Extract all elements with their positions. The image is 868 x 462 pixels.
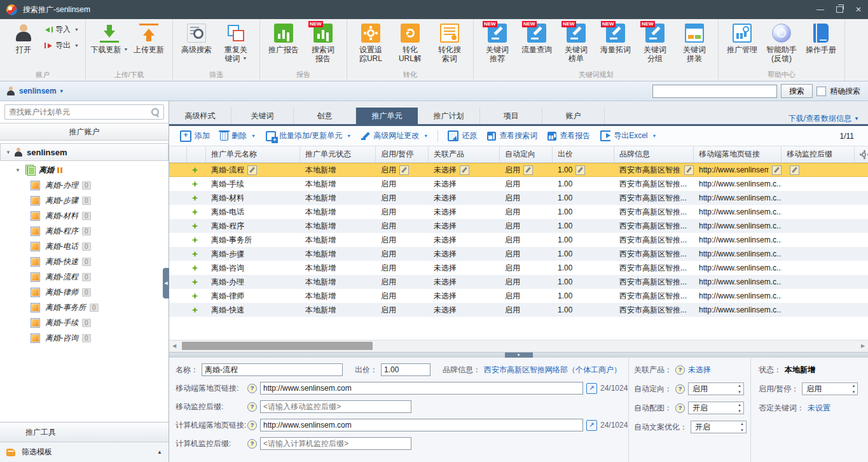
panel-splitter[interactable]: ▼	[169, 352, 868, 358]
scrollbar-thumb[interactable]	[182, 342, 373, 350]
tab-4[interactable]: 推广单元	[356, 108, 418, 124]
minimize-button[interactable]: —	[811, 0, 830, 19]
product-link[interactable]: 未选择	[688, 365, 711, 375]
search-icon[interactable]	[151, 108, 160, 116]
scroll-left-arrow[interactable]: ◀	[169, 340, 179, 351]
tab-2[interactable]: 关键词	[231, 108, 294, 124]
close-button[interactable]: ✕	[849, 0, 868, 19]
column-header-name[interactable]: 推广单元名称	[206, 146, 300, 162]
pc-suffix-field[interactable]	[260, 437, 411, 450]
table-row[interactable]: +离婚-电话本地新增启用未选择启用1.00西安市高新区智推...http://w…	[169, 205, 868, 219]
tree-unit-item[interactable]: 离婚-手续0	[0, 315, 169, 330]
tree-unit-item[interactable]: 离婚-快速0	[0, 254, 169, 269]
search-button[interactable]: 搜索	[781, 84, 813, 98]
tab-7[interactable]: 账户	[542, 108, 605, 124]
open-link-icon[interactable]: ↗	[586, 420, 597, 431]
upload-update-button[interactable]: 上传更新	[129, 22, 169, 54]
column-header-bid[interactable]: 出价	[553, 146, 614, 162]
table-row[interactable]: +离婚-咨询本地新增启用未选择启用1.00西安市高新区智推...http://w…	[169, 261, 868, 275]
keyword-ranking-button[interactable]: NEW关键词榜单	[556, 22, 596, 63]
download-view-data-link[interactable]: 下载/查看数据信息▼	[789, 113, 868, 124]
batch-add-update-button[interactable]: 批量添加/更新单元▼	[263, 129, 354, 144]
auto-target-select[interactable]: 启用	[688, 382, 744, 395]
add-plus-icon[interactable]: +	[192, 165, 198, 174]
restore-button[interactable]	[830, 0, 849, 19]
keyword-assembly-button[interactable]: 关键词拼装	[675, 22, 714, 63]
edit-icon[interactable]	[790, 165, 799, 175]
negative-keywords-link[interactable]: 未设置	[808, 403, 830, 414]
add-plus-icon[interactable]: +	[192, 249, 198, 258]
advanced-search-button[interactable]: 高级搜索	[177, 22, 216, 54]
edit-icon[interactable]	[772, 165, 782, 175]
filter-template-bar[interactable]: 筛选模板 ▲	[0, 442, 169, 462]
column-header-mobile_suffix[interactable]: 移动监控后缀	[782, 146, 855, 162]
conversion-url-button[interactable]: 转化URL解	[390, 22, 430, 63]
edit-icon[interactable]	[247, 165, 257, 175]
column-header-sel[interactable]	[169, 146, 187, 162]
table-row[interactable]: +离婚-程序本地新增启用未选择启用1.00西安市高新区智推...http://w…	[169, 219, 868, 233]
tab-6[interactable]: 项目	[480, 108, 542, 124]
add-plus-icon[interactable]: +	[192, 291, 198, 300]
unit-name-field[interactable]	[202, 363, 343, 376]
promotion-tools-bar[interactable]: 推广工具	[0, 423, 169, 442]
add-plus-icon[interactable]: +	[192, 193, 198, 202]
tree-unit-item[interactable]: 离婚-咨询0	[0, 330, 169, 346]
tree-unit-item[interactable]: 离婚-律师0	[0, 284, 169, 300]
add-plus-icon[interactable]: +	[192, 305, 198, 314]
download-update-button[interactable]: 下载更新 ▼	[90, 22, 129, 54]
delete-button[interactable]: 删除▼	[217, 129, 259, 144]
table-row[interactable]: +离婚-流程本地新增启用未选择启用1.00西安市高新区智推...http://w…	[169, 163, 868, 177]
auto-copy-select[interactable]: 开启	[691, 421, 747, 433]
column-header-onoff[interactable]: 启用/暂停	[376, 146, 429, 162]
tree-unit-item[interactable]: 离婚-步骤0	[0, 193, 169, 208]
column-header-mobile_url[interactable]: 移动端落地页链接	[694, 146, 782, 162]
smart-assistant-button[interactable]: 智能助手(反馈)	[762, 22, 801, 63]
keyword-recommend-button[interactable]: NEW关键词推荐	[478, 22, 517, 63]
help-icon[interactable]: ?	[247, 439, 257, 449]
onoff-select[interactable]: 启用	[802, 382, 858, 395]
bid-field[interactable]	[381, 363, 431, 376]
help-icon[interactable]: ?	[675, 384, 685, 394]
add-plus-icon[interactable]: +	[192, 277, 198, 286]
promotion-management-button[interactable]: 推广管理	[722, 22, 762, 54]
column-header-product[interactable]: 关联产品	[429, 146, 500, 162]
help-icon[interactable]: ?	[675, 365, 685, 375]
column-header-brand[interactable]: 品牌信息	[614, 146, 694, 162]
export-button[interactable]: 导出▼	[45, 40, 79, 51]
table-row[interactable]: +离婚-事务所本地新增启用未选择启用1.00西安市高新区智推...http://…	[169, 233, 868, 247]
add-plus-icon[interactable]: +	[192, 235, 198, 244]
add-plus-icon[interactable]: +	[192, 263, 198, 272]
column-settings-gear[interactable]	[855, 146, 868, 162]
promotion-report-button[interactable]: 推广报告	[264, 22, 303, 54]
tree-root-account[interactable]: ▼senlinsem	[0, 143, 169, 161]
mobile-suffix-field[interactable]	[260, 400, 411, 413]
column-header-status[interactable]: 推广单元状态	[300, 146, 376, 162]
edit-icon[interactable]	[399, 165, 409, 175]
table-row[interactable]: +离婚-材料本地新增启用未选择启用1.00西安市高新区智推...http://w…	[169, 191, 868, 205]
horizontal-scrollbar[interactable]: ◀ ▶	[169, 340, 868, 352]
export-excel-button[interactable]: 导出Excel▼	[597, 129, 659, 144]
view-search-terms-button[interactable]: 查看搜索词	[484, 129, 541, 144]
top-search-input[interactable]	[652, 85, 777, 98]
conversion-search-term-button[interactable]: 转化搜索词	[430, 22, 469, 63]
mobile-url-field[interactable]	[260, 382, 583, 395]
open-button[interactable]: 打开	[4, 22, 43, 54]
duplicate-keywords-button[interactable]: 重复关键词 ▼	[216, 22, 256, 63]
help-icon[interactable]: ?	[247, 421, 257, 430]
help-icon[interactable]: ?	[247, 384, 257, 393]
tab-3[interactable]: 创意	[294, 108, 356, 124]
column-header-autotarget[interactable]: 自动定向	[500, 146, 553, 162]
restore-rows-button[interactable]: 还原	[444, 129, 480, 144]
account-selector[interactable]: senlinsem ▼	[0, 87, 64, 95]
open-link-icon[interactable]: ↗	[586, 383, 597, 394]
table-row[interactable]: +离婚-快速本地新增启用未选择启用1.00西安市高新区智推...http://w…	[169, 303, 868, 317]
table-row[interactable]: +离婚-步骤本地新增启用未选择启用1.00西安市高新区智推...http://w…	[169, 247, 868, 261]
help-icon[interactable]: ?	[247, 402, 257, 412]
table-row[interactable]: +离婚-办理本地新增启用未选择启用1.00西安市高新区智推...http://w…	[169, 275, 868, 289]
exact-search-checkbox[interactable]	[816, 87, 826, 96]
tab-1[interactable]: 高级样式	[169, 108, 231, 124]
tree-unit-item[interactable]: 离婚-电话0	[0, 239, 169, 254]
tree-plan-item[interactable]: ▼离婚	[0, 162, 169, 178]
tab-5[interactable]: 推广计划	[418, 108, 480, 124]
add-plus-icon[interactable]: +	[192, 207, 198, 216]
